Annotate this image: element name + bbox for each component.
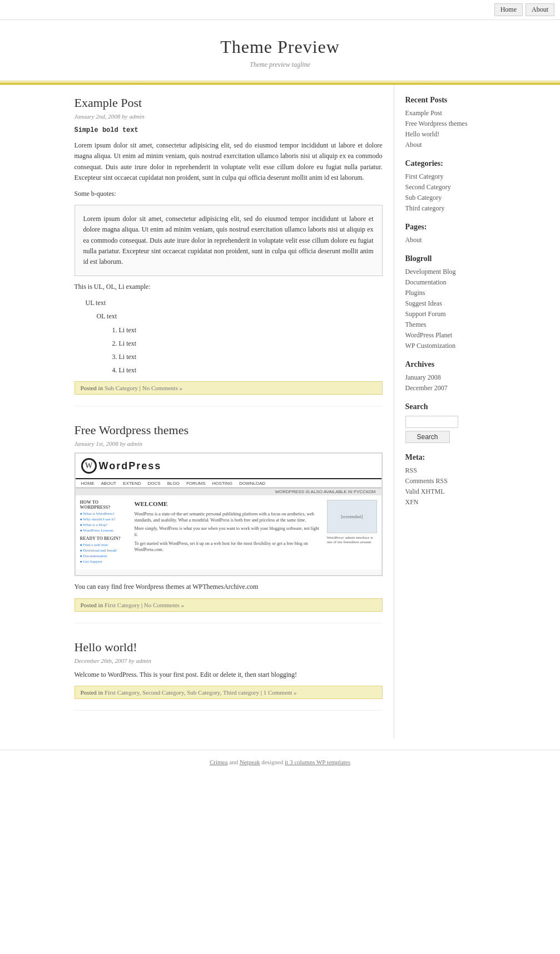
wp-sidebar-list: ● What is WordPress? ● Why should I use … [80,512,130,533]
li-item-1: Li text [119,325,383,336]
list-item: Hello world! [405,130,486,139]
post-footer-1: Posted in Sub Category | No Comments » [75,381,383,395]
post-3-categories-link[interactable]: First Category, Second Category, Sub Cat… [105,689,259,696]
list-item: Example Post [405,109,486,117]
wp-sidebar-item: ● Why should I use it? [80,517,130,522]
wp-header-bar: W WordPress [76,454,381,479]
wp-logo-icon: W [81,458,97,474]
blogroll-link-7[interactable]: WordPress Planet [405,331,453,339]
li-item-4: Li text [119,365,383,376]
wordpress-image-container: W WordPress HOME ABOUT EXTEND DOCS BLOG … [75,453,383,576]
category-link-3[interactable]: Sub Category [405,194,442,201]
blogroll-link-6[interactable]: Themes [405,321,427,328]
category-link-2[interactable]: Second Category [405,183,451,191]
search-button[interactable]: Search [405,431,450,443]
wp-begin-item: ● Documentation [80,554,130,558]
post-title[interactable]: Example Post [75,96,383,110]
post-category-link[interactable]: Sub Category [105,385,138,391]
footer-templates-link[interactable]: it 3 columns WP templates [285,759,350,765]
list-item: January 2008 [405,373,486,382]
archives-section: Archives January 2008 December 2007 [405,360,486,392]
wp-screenshot-thumb: [screenshot] [327,500,377,533]
list-item: Themes [405,321,486,329]
meta-title: Meta: [405,453,486,462]
wp-nav-item: ABOUT [101,481,117,486]
meta-link-rss[interactable]: RSS [405,466,417,474]
blogroll-link-2[interactable]: Documentation [405,278,447,286]
list-item: WP Customization [405,342,486,350]
search-title: Search [405,402,486,411]
site-title: Theme Preview [6,37,554,57]
post-hello-world: Hello world! December 26th, 2007 by admi… [75,640,383,711]
wp-begin-item: ● Find a web host [80,543,130,547]
post-meta-2: January 1st, 2008 by admin [75,440,383,447]
footer-netpeak-link[interactable]: Netpeak [240,759,260,765]
wp-body-text-1: WordPress is a state-of-the-art semantic… [135,511,323,523]
blogroll-list: Development Blog Documentation Plugins S… [405,268,486,350]
categories-section: Categories: First Category Second Catego… [405,159,486,213]
li-item-2: Li text [119,338,383,349]
blogroll-link-1[interactable]: Development Blog [405,268,456,276]
list-item: About [405,141,486,149]
list-item: Suggest Ideas [405,299,486,308]
blogroll-link-8[interactable]: WP Customization [405,342,456,350]
sidebar: Recent Posts Example Post Free Wordpress… [394,85,492,739]
recent-post-link-4[interactable]: About [405,141,422,149]
archive-link-2[interactable]: December 2007 [405,384,448,392]
blogroll-link-5[interactable]: Support Forum [405,310,446,318]
search-box: Search [405,416,486,443]
nav-home[interactable]: Home [494,3,523,16]
wp-logo-text: WordPress [99,460,162,472]
wp-lang-text: WORDPRESS IS ALSO AVAILABLE IN PУССКОМ [275,489,376,494]
blogroll-link-3[interactable]: Plugins [405,289,425,297]
list-item: RSS [405,466,486,475]
main-content: Example Post January 2nd, 2008 by admin … [69,85,394,739]
page-footer: Crimea and Netpeak designed it 3 columns… [0,750,560,774]
list-item: Support Forum [405,310,486,318]
list-item: First Category [405,173,486,181]
blogroll-link-4[interactable]: Suggest Ideas [405,299,442,307]
post-wordpress-themes: Free Wordpress themes January 1st, 2008 … [75,423,383,623]
footer-crimea-link[interactable]: Crimea [210,759,227,765]
category-link-1[interactable]: First Category [405,173,444,180]
blogroll-title: Blogroll [405,254,486,263]
meta-link-xhtml[interactable]: Valid XHTML [405,488,445,495]
search-section: Search Search [405,402,486,443]
list-item: Comments RSS [405,477,486,485]
categories-title: Categories: [405,159,486,168]
post-2-category-link[interactable]: First Category [105,602,140,608]
category-link-4[interactable]: Third category [405,204,445,212]
nav-about[interactable]: About [526,3,554,16]
search-input[interactable] [405,416,458,428]
post-footer-2: Posted in First Category | No Comments » [75,598,383,612]
post-2-comments-link[interactable]: No Comments » [144,602,184,608]
list-item: Valid XHTML [405,488,486,496]
archive-link-1[interactable]: January 2008 [405,373,441,381]
page-link-about[interactable]: About [405,236,422,244]
post-comments-link[interactable]: No Comments » [142,385,182,391]
posted-in-label-3: Posted in [81,689,103,696]
site-tagline: Theme preview tagline [6,61,554,69]
wp-content-mini: WELCOME WordPress is a state-of-the-art … [135,500,323,565]
ol-sublist: OL text Li text Li text Li text Li text [97,311,383,376]
wp-nav-item: HOSTING [212,481,232,486]
post-meta-3: December 26th, 2007 by admin [75,657,383,664]
meta-link-comments-rss[interactable]: Comments RSS [405,477,448,485]
recent-post-link-3[interactable]: Hello world! [405,130,440,138]
wp-nav-item: FORUMS [186,481,206,486]
recent-post-link-1[interactable]: Example Post [405,109,442,117]
wp-nav-item: BLOG [167,481,180,486]
wp-nav-item: EXTEND [123,481,141,486]
list-item: About [405,236,486,244]
footer-designed: designed [261,759,283,765]
post-title-3[interactable]: Hello world! [75,640,383,655]
recent-post-link-2[interactable]: Free Wordpress themes [405,120,468,127]
post-3-comments-link[interactable]: 1 Comment » [264,689,297,696]
list-item: Documentation [405,278,486,287]
wp-how-title: HOW TO WORDPRESS? [80,500,130,510]
li-list: Li text Li text Li text Li text [119,325,383,376]
post-title-2[interactable]: Free Wordpress themes [75,423,383,437]
meta-link-xfn[interactable]: XFN [405,498,419,506]
list-item: Sub Category [405,194,486,202]
bold-text: Simple bold text [75,125,383,136]
